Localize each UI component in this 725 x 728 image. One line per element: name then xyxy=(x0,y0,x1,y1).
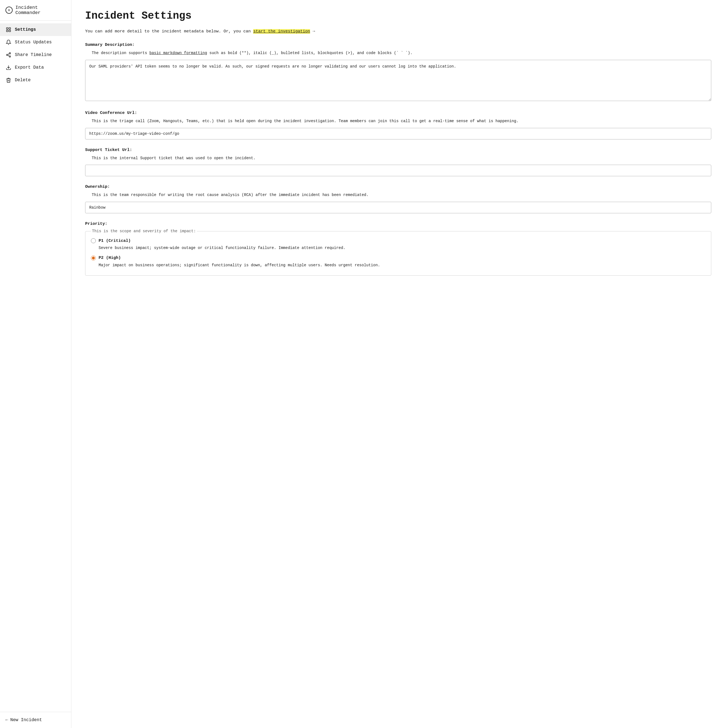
summary-desc-before: The description supports xyxy=(92,51,147,55)
video-conf-label: Video Conference Url: xyxy=(85,111,711,115)
priority-p2-desc: Major impact on business operations; sig… xyxy=(91,262,705,268)
settings-label: Settings xyxy=(15,27,36,32)
status-updates-icon xyxy=(6,39,12,45)
delete-label: Delete xyxy=(15,78,31,83)
support-ticket-description: This is the internal Support ticket that… xyxy=(85,155,711,162)
status-updates-label: Status Updates xyxy=(15,40,52,45)
support-ticket-section: Support Ticket Url: This is the internal… xyxy=(85,148,711,176)
priority-p2-radio[interactable] xyxy=(91,255,96,260)
export-data-icon xyxy=(6,64,12,70)
priority-p1-radio[interactable] xyxy=(91,238,96,243)
priority-section: Priority: This is the scope and severity… xyxy=(85,222,711,275)
video-conf-description: This is the triage call (Zoom, Hangouts,… xyxy=(85,118,711,125)
summary-textarea[interactable]: Our SAML providers' API token seems to n… xyxy=(85,60,711,101)
svg-line-7 xyxy=(8,55,9,56)
new-incident-button[interactable]: ← New Incident xyxy=(6,717,42,722)
summary-section: Summary Description: The description sup… xyxy=(85,43,711,102)
delete-icon xyxy=(6,77,12,83)
export-data-label: Export Data xyxy=(15,65,44,70)
settings-icon xyxy=(6,27,12,33)
svg-point-4 xyxy=(9,53,11,54)
video-conf-input[interactable] xyxy=(85,128,711,139)
priority-option-p2: P2 (High) Major impact on business opera… xyxy=(91,255,705,268)
priority-p2-label[interactable]: P2 (High) xyxy=(98,255,121,260)
sidebar-header: ⊙ Incident Commander xyxy=(0,0,71,21)
priority-p1-header: P1 (Critical) xyxy=(91,238,705,243)
svg-rect-0 xyxy=(6,28,8,29)
sidebar-item-delete[interactable]: Delete xyxy=(0,74,71,86)
sidebar-item-export-data[interactable]: Export Data xyxy=(0,61,71,74)
svg-point-5 xyxy=(6,54,8,56)
ownership-description: This is the team responsible for writing… xyxy=(85,192,711,199)
app-icon: ⊙ xyxy=(6,6,13,14)
page-title: Incident Settings xyxy=(85,10,711,22)
start-investigation-link[interactable]: start the investigation xyxy=(253,29,310,34)
ownership-label: Ownership: xyxy=(85,185,711,189)
video-conf-section: Video Conference Url: This is the triage… xyxy=(85,111,711,139)
sidebar-item-share-timeline[interactable]: Share Timeline xyxy=(0,49,71,61)
svg-rect-2 xyxy=(6,30,8,32)
priority-p2-header: P2 (High) xyxy=(91,255,705,260)
new-incident-arrow: ← xyxy=(6,717,8,722)
sidebar-nav: Settings Status Updates xyxy=(0,21,71,712)
sidebar: ⊙ Incident Commander Settings xyxy=(0,0,71,728)
priority-p1-label[interactable]: P1 (Critical) xyxy=(98,239,131,243)
sidebar-item-settings[interactable]: Settings xyxy=(0,23,71,36)
summary-description: The description supports basic markdown … xyxy=(85,50,711,57)
ownership-input[interactable] xyxy=(85,202,711,213)
sidebar-footer: ← New Incident xyxy=(0,712,71,728)
priority-fieldset: This is the scope and severity of the im… xyxy=(85,229,711,275)
svg-point-6 xyxy=(9,56,11,57)
share-timeline-label: Share Timeline xyxy=(15,52,52,57)
priority-legend: This is the scope and severity of the im… xyxy=(91,229,197,233)
priority-p1-desc: Severe business impact; system-wide outa… xyxy=(91,245,705,251)
share-timeline-icon xyxy=(6,52,12,58)
support-ticket-input[interactable] xyxy=(85,165,711,176)
intro-arrow: → xyxy=(313,29,315,34)
intro-paragraph: You can add more detail to the incident … xyxy=(85,28,711,35)
ownership-section: Ownership: This is the team responsible … xyxy=(85,185,711,213)
priority-label: Priority: xyxy=(85,222,711,226)
markdown-link[interactable]: basic markdown formatting xyxy=(149,51,207,55)
support-ticket-label: Support Ticket Url: xyxy=(85,148,711,152)
summary-desc-after: such as bold (**), italic (_), bulleted … xyxy=(210,51,412,55)
sidebar-item-status-updates[interactable]: Status Updates xyxy=(0,36,71,49)
priority-option-p1: P1 (Critical) Severe business impact; sy… xyxy=(91,238,705,251)
new-incident-label: New Incident xyxy=(11,717,42,722)
summary-label: Summary Description: xyxy=(85,43,711,47)
svg-rect-1 xyxy=(9,28,11,29)
app-title: Incident Commander xyxy=(15,5,66,15)
svg-line-8 xyxy=(8,54,9,54)
intro-text-before: You can add more detail to the incident … xyxy=(85,29,251,34)
svg-rect-3 xyxy=(9,30,11,32)
main-content: Incident Settings You can add more detai… xyxy=(71,0,725,728)
